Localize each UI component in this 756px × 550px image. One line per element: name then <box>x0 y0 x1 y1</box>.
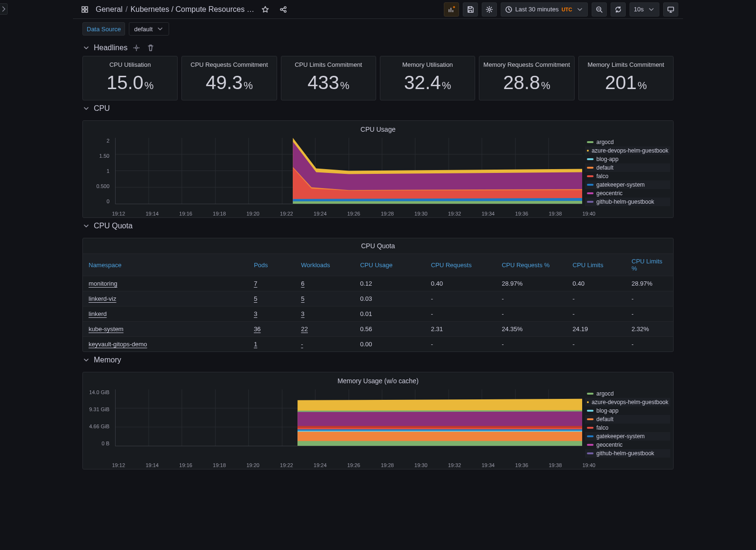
legend-swatch <box>587 410 594 412</box>
datasource-name: Data Source <box>82 22 125 36</box>
legend-label: github-helm-guestbook <box>596 450 654 457</box>
workloads-link[interactable]: 3 <box>301 310 305 317</box>
svg-rect-10 <box>668 7 674 11</box>
legend-label: default <box>596 164 613 171</box>
workloads-link[interactable]: - <box>301 341 303 348</box>
pods-link[interactable]: 3 <box>254 310 257 317</box>
cpu-requests-cell: - <box>425 337 496 352</box>
legend-item[interactable]: falco <box>585 172 670 180</box>
x-tick: 19:28 <box>381 462 381 468</box>
stat-value: 15.0% <box>86 72 174 93</box>
legend-item[interactable]: gatekeeper-system <box>585 432 670 441</box>
column-header[interactable]: CPU Requests % <box>496 254 567 276</box>
view-mode-button[interactable] <box>663 2 678 17</box>
namespace-link[interactable]: keyvault-gitops-demo <box>89 341 147 348</box>
pods-link[interactable]: 1 <box>254 341 257 348</box>
legend-swatch <box>587 158 594 160</box>
pods-link[interactable]: 36 <box>254 325 261 333</box>
legend-item[interactable]: blog-app <box>585 406 670 415</box>
legend-label: argocd <box>596 139 614 145</box>
chart-plot[interactable] <box>115 389 582 446</box>
legend-item[interactable]: argocd <box>585 138 670 146</box>
datasource-picker[interactable]: default <box>129 22 169 36</box>
zoom-out-button[interactable] <box>592 2 607 17</box>
y-tick: 0 B <box>101 441 109 446</box>
namespace-link[interactable]: monitoring <box>89 280 117 287</box>
workloads-link[interactable]: 5 <box>301 295 305 302</box>
legend-item[interactable]: geocentric <box>585 441 670 449</box>
column-header[interactable]: Workloads <box>296 254 355 276</box>
row-title: Memory <box>94 356 121 364</box>
legend-item[interactable]: geocentric <box>585 189 670 198</box>
workloads-link[interactable]: 6 <box>301 280 305 287</box>
cpu-usage-cell: 0.03 <box>354 291 425 307</box>
refresh-icon <box>614 6 622 13</box>
table-row: linkerd-viz550.03---- <box>83 291 673 307</box>
pods-link[interactable]: 5 <box>254 295 257 302</box>
cpu-requests-pct-cell: - <box>496 337 567 352</box>
row-memory[interactable]: Memory <box>73 352 683 367</box>
legend-item[interactable]: azure-devops-helm-guestbook <box>585 146 670 155</box>
legend-item[interactable]: github-helm-guestbook <box>585 198 670 206</box>
refresh-button[interactable] <box>611 2 626 17</box>
legend-item[interactable]: default <box>585 415 670 424</box>
time-range-picker[interactable]: Last 30 minutes UTC <box>501 2 588 17</box>
stat-card[interactable]: Memory Requests Commitment28.8% <box>479 56 574 100</box>
legend-item[interactable]: github-helm-guestbook <box>585 449 670 458</box>
row-cpu[interactable]: CPU <box>73 100 683 116</box>
breadcrumb-dashboard[interactable]: Kubernetes / Compute Resources … <box>130 5 254 14</box>
legend-label: blog-app <box>596 156 619 162</box>
legend-swatch <box>587 192 594 194</box>
y-tick: 2 <box>107 138 109 144</box>
row-cpu-quota[interactable]: CPU Quota <box>73 218 683 233</box>
cpu-requests-pct-cell: - <box>496 291 567 307</box>
namespace-link[interactable]: linkerd-viz <box>89 295 117 302</box>
legend-item[interactable]: blog-app <box>585 155 670 163</box>
legend-label: geocentric <box>596 442 622 448</box>
column-header[interactable]: CPU Usage <box>354 254 425 276</box>
apps-icon[interactable] <box>78 3 92 16</box>
x-tick: 19:30 <box>414 211 415 216</box>
panel-title[interactable]: Memory Usage (w/o cache) <box>83 372 673 389</box>
stat-card[interactable]: Memory Limits Commitment201% <box>578 56 674 100</box>
cpu-usage-cell: 0.00 <box>354 337 425 352</box>
column-header[interactable]: CPU Limits <box>567 254 626 276</box>
save-button[interactable] <box>463 2 478 17</box>
refresh-interval-picker[interactable]: 10s <box>630 2 659 17</box>
chart-legend: argocdazure-devops-helm-guestbookblog-ap… <box>585 389 670 458</box>
panel-title[interactable]: CPU Usage <box>83 121 673 138</box>
add-panel-button[interactable] <box>444 2 459 17</box>
legend-item[interactable]: default <box>585 163 670 172</box>
y-tick: 4.66 GiB <box>89 424 109 429</box>
namespace-link[interactable]: kube-system <box>89 325 124 333</box>
cpu-limits-pct-cell: - <box>626 307 673 322</box>
settings-button[interactable] <box>482 2 497 17</box>
table-row: linkerd330.01---- <box>83 307 673 322</box>
workloads-link[interactable]: 22 <box>301 325 308 333</box>
legend-item[interactable]: argocd <box>585 389 670 398</box>
breadcrumb-folder[interactable]: General <box>96 5 123 14</box>
column-header[interactable]: Pods <box>248 254 296 276</box>
row-delete-icon[interactable] <box>145 43 156 53</box>
column-header[interactable]: Namespace <box>83 254 248 276</box>
star-button[interactable] <box>258 3 272 16</box>
panel-title[interactable]: CPU Quota <box>83 238 673 253</box>
chart-plot[interactable] <box>115 138 582 204</box>
stat-card[interactable]: CPU Requests Commitment49.3% <box>181 56 277 100</box>
stat-card[interactable]: CPU Utilisation15.0% <box>82 56 178 100</box>
column-header[interactable]: CPU Limits % <box>626 254 673 276</box>
legend-item[interactable]: gatekeeper-system <box>585 180 670 189</box>
row-headlines[interactable]: Headlines <box>73 39 683 56</box>
column-header[interactable]: CPU Requests <box>425 254 496 276</box>
legend-swatch <box>587 167 594 169</box>
legend-item[interactable]: falco <box>585 424 670 432</box>
x-tick: 19:28 <box>381 211 381 216</box>
namespace-link[interactable]: linkerd <box>89 310 107 317</box>
share-button[interactable] <box>276 3 290 16</box>
stat-card[interactable]: CPU Limits Commitment433% <box>281 56 376 100</box>
stat-card[interactable]: Memory Utilisation32.4% <box>380 56 475 100</box>
open-side-panel[interactable] <box>0 3 8 15</box>
legend-item[interactable]: azure-devops-helm-guestbook <box>585 398 670 406</box>
row-settings-icon[interactable] <box>131 43 142 53</box>
pods-link[interactable]: 7 <box>254 280 257 287</box>
